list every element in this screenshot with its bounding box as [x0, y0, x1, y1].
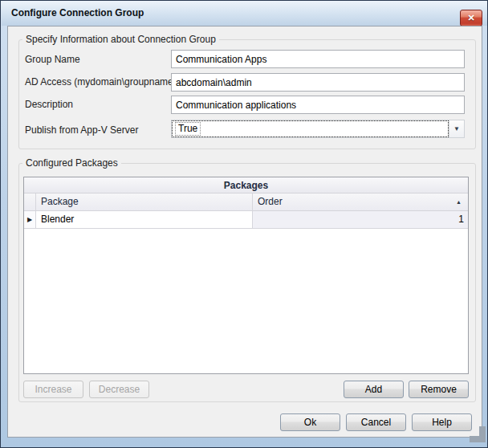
row-selector-header [24, 193, 36, 210]
publish-combobox-value: True [175, 122, 201, 136]
help-button[interactable]: Help [412, 413, 472, 431]
title-bar[interactable]: Configure Connection Group [2, 1, 488, 26]
chevron-down-icon[interactable]: ▼ [449, 120, 464, 137]
info-groupbox-title: Specify Information about Connection Gro… [22, 34, 219, 45]
resize-grip[interactable] [470, 426, 479, 436]
close-button[interactable]: ✕ [460, 10, 482, 26]
add-button[interactable]: Add [344, 381, 404, 398]
packages-band-header: Packages [24, 177, 468, 193]
column-header-order-label: Order [258, 196, 283, 207]
group-name-input[interactable] [171, 50, 465, 68]
cell-order[interactable]: 1 [253, 211, 468, 228]
packages-grid-header-row: Package Order ▲ [24, 193, 468, 211]
group-name-label: Group Name [25, 54, 80, 66]
description-input[interactable] [171, 96, 465, 114]
close-icon: ✕ [467, 13, 474, 22]
window-title: Configure Connection Group [11, 1, 144, 26]
table-row[interactable]: ▶ Blender 1 [24, 211, 468, 229]
publish-combobox-edit[interactable]: True [172, 120, 449, 137]
packages-grid: Packages Package Order ▲ ▶ Blender 1 [23, 177, 469, 374]
cell-package[interactable]: Blender [36, 211, 253, 228]
ad-access-input[interactable] [171, 73, 465, 92]
cancel-button[interactable]: Cancel [346, 413, 406, 431]
publish-label: Publish from App-V Server [25, 124, 138, 136]
publish-combobox[interactable]: True ▼ [171, 120, 465, 138]
column-header-package[interactable]: Package [36, 193, 253, 210]
column-header-order[interactable]: Order ▲ [253, 193, 468, 210]
configure-connection-group-dialog: Configure Connection Group ✕ Specify Inf… [0, 0, 488, 448]
increase-button[interactable]: Increase [23, 381, 83, 398]
sort-ascending-icon: ▲ [456, 193, 462, 210]
current-row-pointer-icon: ▶ [24, 211, 36, 228]
ad-access-label: AD Access (mydomain\groupname) [25, 76, 177, 88]
decrease-button[interactable]: Decrease [89, 381, 149, 398]
remove-button[interactable]: Remove [409, 381, 469, 398]
description-label: Description [25, 99, 73, 111]
ok-button[interactable]: Ok [280, 413, 340, 431]
packages-groupbox-title: Configured Packages [22, 157, 121, 169]
